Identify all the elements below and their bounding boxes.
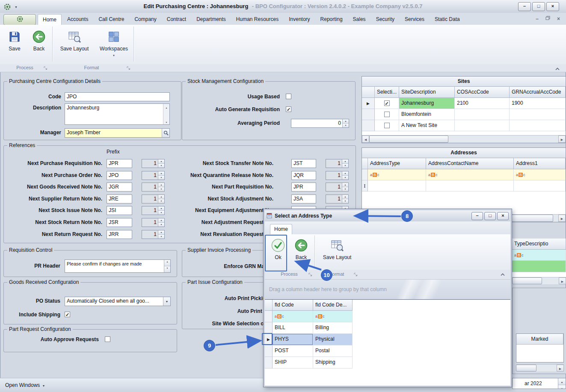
po-status-dropdown[interactable]: Automatically Closed when all goo... [65, 297, 171, 306]
tab-human-resources[interactable]: Human Resources [231, 14, 283, 25]
scroll-right-icon[interactable] [558, 136, 566, 143]
dialog-collapse-ribbon-icon[interactable] [500, 272, 505, 277]
date-navigator-fragment[interactable]: ar 2022 [512, 378, 566, 389]
type-description-column-header[interactable]: TypeDescriptio [512, 239, 566, 250]
code-cell[interactable]: POST [273, 345, 313, 357]
pr-header-spin-buttons[interactable] [164, 260, 170, 272]
tab-reporting[interactable]: Reporting [316, 14, 347, 25]
averaging-period-spinner[interactable]: 0 [291, 119, 349, 128]
auto-filter-icon[interactable] [428, 170, 438, 180]
description-scroll-arrows[interactable] [163, 104, 169, 124]
dialog-save-layout-button[interactable]: Save Layout [319, 236, 356, 268]
ref-prefix-input[interactable]: JSA [291, 195, 316, 203]
code-cell[interactable]: PHYS [273, 334, 313, 345]
maximize-button[interactable] [532, 2, 545, 11]
ref-prefix-input[interactable]: JST [291, 159, 316, 168]
desc-cell[interactable]: Physical [313, 334, 353, 345]
dialog-minimize-button[interactable] [471, 212, 483, 220]
pr-header-input[interactable]: Please confirm if changes are made [65, 259, 171, 273]
site-grn-cell[interactable] [510, 109, 566, 120]
auto-filter-icon[interactable] [370, 170, 379, 180]
ref-number-spinner[interactable]: 1 [326, 171, 349, 180]
ref-number-spinner[interactable]: 1 [142, 206, 165, 215]
address-type-row-selected[interactable]: PHYS Physical [265, 334, 510, 345]
close-button[interactable] [546, 2, 559, 11]
save-button[interactable]: Save [4, 27, 25, 62]
ref-number-spinner[interactable]: 1 [142, 183, 165, 192]
save-layout-button[interactable]: Save Layout [56, 27, 93, 62]
fragment-scrollbar[interactable] [512, 277, 566, 284]
scrollbar-thumb[interactable] [516, 365, 536, 371]
site-cos-cell[interactable]: 2100 [455, 98, 510, 109]
tab-company[interactable]: Company [130, 14, 161, 25]
manager-lookup-button[interactable] [162, 129, 169, 137]
dialog-filter-row[interactable] [265, 311, 510, 322]
auto-filter-icon[interactable] [516, 170, 525, 180]
auto-filter-icon[interactable] [315, 311, 325, 322]
ref-prefix-input[interactable]: JPR [291, 183, 316, 192]
sites-col-grnaccrual[interactable]: GRNAccrualAccCode [510, 87, 566, 98]
ref-number-spinner[interactable]: 1 [326, 159, 349, 168]
scroll-right-icon[interactable] [557, 365, 564, 371]
site-cos-cell[interactable] [455, 109, 510, 120]
ref-prefix-input[interactable]: JPR [107, 159, 132, 168]
col-fld-code-desc[interactable]: fld Code De... [313, 300, 353, 311]
ref-prefix-input[interactable]: JSR [107, 218, 132, 227]
scroll-right-icon[interactable] [558, 215, 566, 222]
addresses-row[interactable] [362, 180, 566, 192]
auto-filter-icon[interactable] [275, 311, 284, 322]
site-select-checkbox[interactable] [384, 100, 390, 106]
ref-number-spinner[interactable]: 1 [142, 159, 165, 168]
ref-prefix-input[interactable]: JRR [107, 230, 132, 239]
process-group-launcher-icon[interactable] [44, 66, 47, 70]
tab-call-centre[interactable]: Call Centre [94, 14, 129, 25]
ref-number-spinner[interactable]: 1 [326, 183, 349, 192]
sites-col-selected[interactable]: Selecti... [375, 87, 399, 98]
desc-cell[interactable]: Shipping [313, 357, 353, 368]
collapse-ribbon-icon[interactable] [555, 66, 560, 71]
col-fld-code[interactable]: fld Code [273, 300, 313, 311]
dialog-maximize-button[interactable] [484, 212, 496, 220]
code-cell[interactable]: SHIP [273, 357, 313, 368]
site-select-checkbox[interactable] [384, 123, 390, 128]
sites-row[interactable]: A New Test Site [362, 120, 566, 131]
marked-column-header[interactable]: Marked [516, 334, 563, 345]
dialog-format-launcher-icon[interactable] [354, 272, 358, 276]
ref-prefix-input[interactable]: JGR [107, 183, 132, 192]
application-menu-button[interactable] [3, 14, 36, 25]
addresses-col-address1[interactable]: Address1 [514, 158, 566, 169]
desc-cell[interactable]: Billing [313, 322, 353, 334]
back-button[interactable]: Back [28, 27, 50, 62]
site-grn-cell[interactable] [510, 120, 566, 131]
sites-row[interactable]: Bloemfontein [362, 109, 566, 120]
auto-filter-icon[interactable] [514, 250, 524, 261]
site-grn-cell[interactable]: 1900 [510, 98, 566, 109]
scrollbar-thumb[interactable] [512, 277, 542, 284]
tab-contract[interactable]: Contract [162, 14, 191, 25]
addresses-col-type[interactable]: AddressType [368, 158, 426, 169]
address1-cell[interactable] [514, 180, 566, 192]
open-windows-button[interactable]: Open Windows [5, 382, 45, 389]
code-input[interactable]: JPO [65, 92, 170, 101]
address-type-row[interactable]: BILL Billing [265, 322, 510, 334]
dialog-close-button[interactable] [497, 212, 509, 220]
sites-horizontal-scrollbar[interactable] [362, 135, 566, 143]
ref-prefix-input[interactable]: JSI [107, 206, 132, 215]
mdi-restore-button[interactable] [545, 15, 550, 22]
mdi-close-button[interactable] [557, 15, 560, 22]
workspaces-button[interactable]: Workspaces [96, 27, 132, 62]
tab-security[interactable]: Security [371, 14, 399, 25]
tab-home[interactable]: Home [38, 14, 62, 25]
quick-access-caret-icon[interactable] [15, 0, 18, 14]
ref-number-spinner[interactable]: 1 [142, 171, 165, 180]
group-by-panel[interactable]: Drag a column header here to group by th… [265, 280, 510, 300]
addresses-filter-row[interactable] [362, 169, 566, 180]
site-cos-cell[interactable] [455, 120, 510, 131]
averaging-spin-buttons[interactable] [342, 119, 349, 127]
ref-prefix-input[interactable]: JQR [291, 171, 316, 180]
ref-prefix-input[interactable]: JRE [107, 195, 132, 203]
format-group-launcher-icon[interactable] [127, 66, 130, 70]
dialog-tab-home[interactable]: Home [270, 224, 292, 234]
tab-services[interactable]: Services [400, 14, 429, 25]
ref-number-spinner[interactable]: 1 [142, 230, 165, 239]
